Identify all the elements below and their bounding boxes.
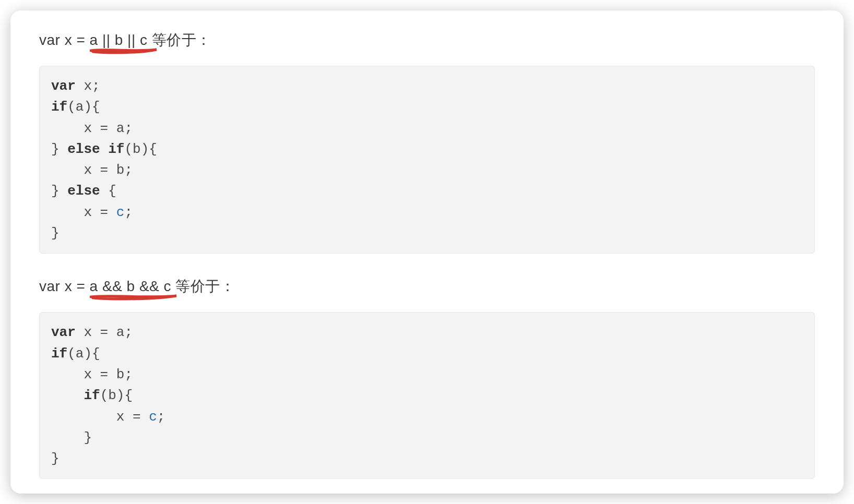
headline-prefix: var x = xyxy=(39,278,90,294)
headline-suffix: 等价于： xyxy=(147,32,211,48)
headline-expr-or: a || b || c xyxy=(90,32,148,49)
headline-suffix: 等价于： xyxy=(171,278,235,294)
headline-and: var x = a && b && c 等价于： xyxy=(39,277,815,296)
code-block-or: var x; if(a){ x = a; } else if(b){ x = b… xyxy=(39,66,815,254)
expr-text: a || b || c xyxy=(90,32,148,48)
headline-or: var x = a || b || c 等价于： xyxy=(39,30,815,50)
document-card: var x = a || b || c 等价于： var x; if(a){ x… xyxy=(10,10,844,494)
hand-underline-icon xyxy=(90,294,177,301)
hand-underline-icon xyxy=(90,47,158,55)
headline-prefix: var x = xyxy=(39,32,90,48)
headline-expr-and: a && b && c xyxy=(90,278,171,295)
expr-text: a && b && c xyxy=(90,278,171,294)
code-block-and: var x = a; if(a){ x = b; if(b){ x = c; }… xyxy=(39,312,815,479)
